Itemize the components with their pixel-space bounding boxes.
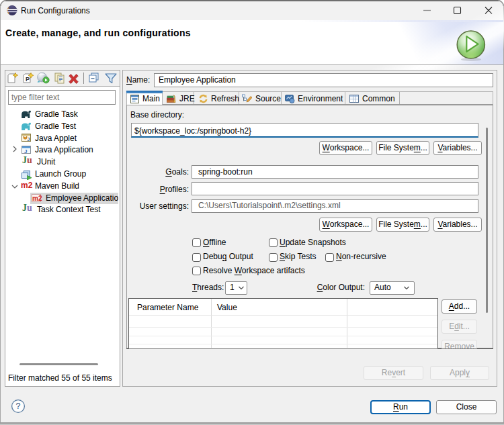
- svg-text:?: ?: [16, 402, 21, 411]
- svg-text:P: P: [26, 76, 30, 83]
- svg-text:J: J: [24, 148, 27, 154]
- svg-text:J: J: [28, 137, 30, 142]
